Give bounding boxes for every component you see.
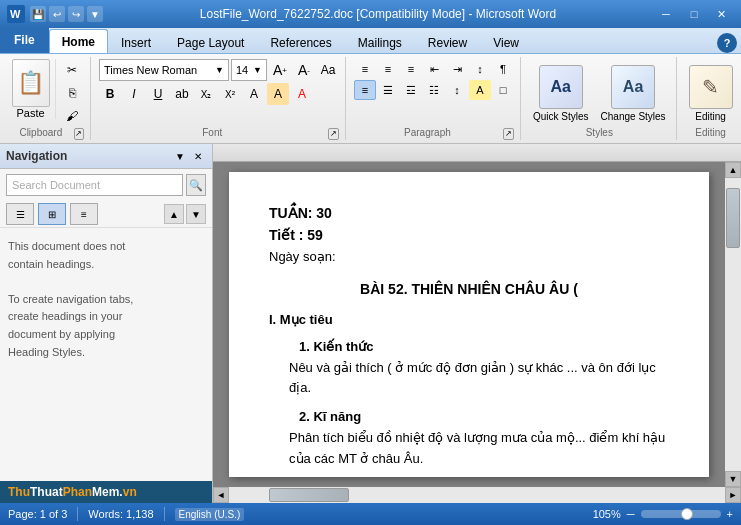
italic-button[interactable]: I [123,83,145,105]
tab-file[interactable]: File [0,27,49,53]
paragraph-expand-btn[interactable]: ↗ [503,128,514,140]
nav-no-headings-2: contain headings. [8,256,204,274]
nav-prev-btn[interactable]: ▲ [164,204,184,224]
nav-view-list-btn[interactable]: ☰ [6,203,34,225]
font-color-button[interactable]: A [291,83,313,105]
vertical-scrollbar[interactable]: ▲ ▼ [725,162,741,487]
status-right: 105% ─ + [593,508,733,520]
clipboard-content: 📋 Paste ✂ ⎘ 🖌 [10,57,84,127]
strikethrough-button[interactable]: ab [171,83,193,105]
redo-quick-btn[interactable]: ↪ [68,6,84,22]
maximize-button[interactable]: □ [681,4,707,24]
clear-format-button[interactable]: Aa [317,59,339,81]
tab-mailings[interactable]: Mailings [345,31,415,53]
nav-close-btn[interactable]: ✕ [190,148,206,164]
font-name-selector[interactable]: Times New Roman ▼ [99,59,229,81]
tab-references[interactable]: References [257,31,344,53]
language-indicator[interactable]: English (U.S.) [175,508,245,521]
scroll-thumb[interactable] [726,188,740,248]
document-page[interactable]: TUẦN: 30 Tiết : 59 Ngày soạn: BÀI 52. TH… [229,172,709,477]
bold-button[interactable]: B [99,83,121,105]
paste-button[interactable]: 📋 Paste [10,59,56,119]
document-scroll: TUẦN: 30 Tiết : 59 Ngày soạn: BÀI 52. TH… [213,162,741,487]
align-right-button[interactable]: ☲ [400,80,422,100]
tab-view[interactable]: View [480,31,532,53]
document-area: TUẦN: 30 Tiết : 59 Ngày soạn: BÀI 52. TH… [213,144,741,503]
zoom-thumb[interactable] [681,508,693,520]
scroll-down-btn[interactable]: ▼ [725,471,741,487]
bullets-button[interactable]: ≡ [354,59,376,79]
change-styles-icon: Aa [611,65,655,109]
close-button[interactable]: ✕ [709,4,735,24]
shading-button[interactable]: A [469,80,491,100]
editing-button[interactable]: ✎ Editing [685,63,737,124]
nav-next-btn[interactable]: ▼ [186,204,206,224]
editing-label-row: Editing [685,127,737,140]
zoom-plus-btn[interactable]: + [727,508,733,520]
font-expand-btn[interactable]: ↗ [328,128,339,140]
para-row2: ≡ ☰ ☲ ☷ ↕ A □ [354,80,514,100]
styles-group-label: Styles [529,127,670,140]
scroll-track[interactable] [725,178,741,471]
doc-tiet: Tiết : 59 [269,224,669,246]
cut-button[interactable]: ✂ [60,59,84,81]
scroll-h-thumb[interactable] [269,488,349,502]
line-spacing-button[interactable]: ↕ [446,80,468,100]
save-quick-btn[interactable]: 💾 [30,6,46,22]
page-text: Page: 1 of 3 [8,508,67,520]
tab-home[interactable]: Home [49,29,108,53]
multilevel-button[interactable]: ≡ [400,59,422,79]
font-size-dropdown-icon: ▼ [253,65,262,75]
zoom-minus-btn[interactable]: ─ [627,508,635,520]
search-button[interactable]: 🔍 [186,174,206,196]
help-button[interactable]: ? [717,33,737,53]
words-indicator: Words: 1,138 [88,508,153,520]
copy-button[interactable]: ⎘ [60,82,84,104]
nav-hint-3: document by applying [8,326,204,344]
nav-view-grid-btn[interactable]: ⊞ [38,203,66,225]
text-effects-button[interactable]: A [243,83,265,105]
numbering-button[interactable]: ≡ [377,59,399,79]
quick-styles-button[interactable]: Aa Quick Styles [529,63,593,124]
ribbon-group-clipboard: 📋 Paste ✂ ⎘ 🖌 Clipboard ↗ [4,57,91,140]
quick-access-toolbar: 💾 ↩ ↪ ▼ [30,6,103,22]
minimize-button[interactable]: ─ [653,4,679,24]
decrease-indent-button[interactable]: ⇤ [423,59,445,79]
change-styles-button[interactable]: Aa Change Styles [597,63,670,124]
highlight-color-button[interactable]: A [267,83,289,105]
more-quick-btn[interactable]: ▼ [87,6,103,22]
increase-indent-button[interactable]: ⇥ [446,59,468,79]
scroll-h-track[interactable] [229,487,725,503]
scroll-left-btn[interactable]: ◄ [213,487,229,503]
font-name-value: Times New Roman [104,64,197,76]
show-marks-button[interactable]: ¶ [492,59,514,79]
format-painter-button[interactable]: 🖌 [60,105,84,127]
doc-ngay: Ngày soạn: [269,247,669,268]
horizontal-scrollbar[interactable]: ◄ ► [213,487,741,503]
nav-header: Navigation ▼ ✕ [0,144,212,169]
justify-button[interactable]: ☷ [423,80,445,100]
nav-view-outline-btn[interactable]: ≡ [70,203,98,225]
tab-page-layout[interactable]: Page Layout [164,31,257,53]
grow-font-button[interactable]: A+ [269,59,291,81]
tab-review[interactable]: Review [415,31,480,53]
underline-button[interactable]: U [147,83,169,105]
align-left-button[interactable]: ≡ [354,80,376,100]
nav-view-buttons: ☰ ⊞ ≡ ▲ ▼ [0,201,212,228]
font-size-selector[interactable]: 14 ▼ [231,59,267,81]
align-center-button[interactable]: ☰ [377,80,399,100]
nav-dropdown-btn[interactable]: ▼ [172,148,188,164]
clipboard-expand-btn[interactable]: ↗ [74,128,84,140]
undo-quick-btn[interactable]: ↩ [49,6,65,22]
zoom-slider[interactable] [641,510,721,518]
scroll-right-btn[interactable]: ► [725,487,741,503]
shrink-font-button[interactable]: A- [293,59,315,81]
superscript-button[interactable]: X² [219,83,241,105]
subscript-button[interactable]: X₂ [195,83,217,105]
border-button[interactable]: □ [492,80,514,100]
scroll-up-btn[interactable]: ▲ [725,162,741,178]
nav-content: This document does not contain headings.… [0,228,212,481]
search-input[interactable]: Search Document [6,174,183,196]
sort-button[interactable]: ↕ [469,59,491,79]
tab-insert[interactable]: Insert [108,31,164,53]
